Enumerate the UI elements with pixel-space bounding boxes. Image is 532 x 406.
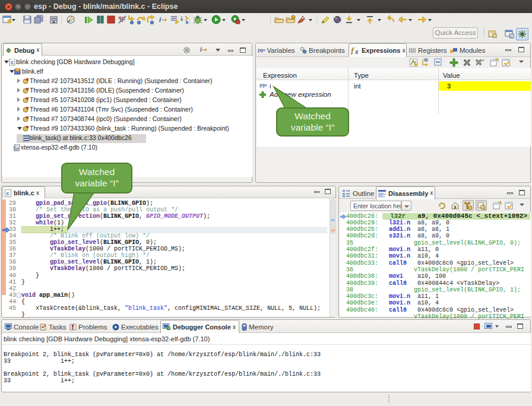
- svg-text:c: c: [7, 191, 10, 196]
- svg-text:f: f: [351, 46, 355, 55]
- svg-text:x: x: [354, 49, 359, 55]
- svg-text:C: C: [510, 34, 513, 38]
- svg-text:c: c: [11, 59, 14, 65]
